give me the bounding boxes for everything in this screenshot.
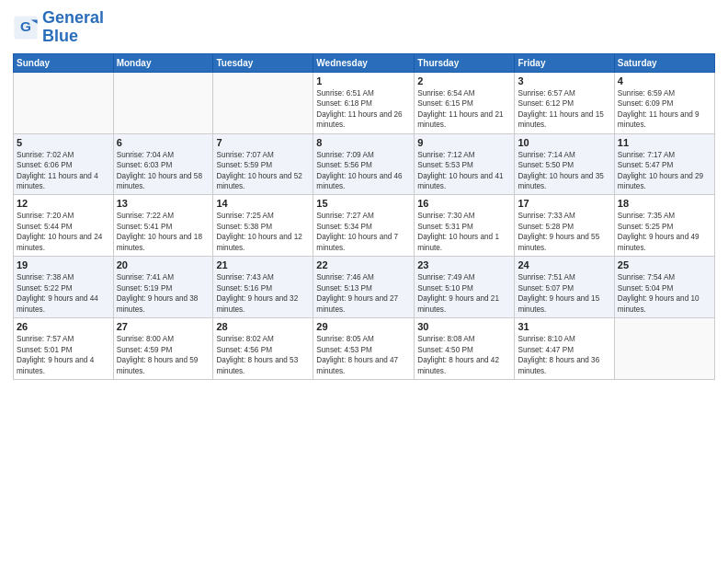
calendar-cell: 19Sunrise: 7:38 AM Sunset: 5:22 PM Dayli… xyxy=(14,257,114,318)
weekday-header: Sunday xyxy=(14,53,114,72)
day-number: 3 xyxy=(518,75,610,86)
day-number: 14 xyxy=(216,198,310,209)
calendar-cell: 17Sunrise: 7:33 AM Sunset: 5:28 PM Dayli… xyxy=(515,195,614,257)
calendar-cell xyxy=(213,72,313,133)
day-number: 23 xyxy=(417,259,511,270)
weekday-header: Thursday xyxy=(415,53,515,72)
day-number: 24 xyxy=(518,259,610,270)
logo-icon: G xyxy=(13,15,39,40)
day-number: 10 xyxy=(518,137,610,148)
day-info: Sunrise: 7:27 AM Sunset: 5:34 PM Dayligh… xyxy=(316,211,411,253)
day-number: 7 xyxy=(216,137,310,148)
calendar-cell: 27Sunrise: 8:00 AM Sunset: 4:59 PM Dayli… xyxy=(113,318,213,380)
calendar-cell: 8Sunrise: 7:09 AM Sunset: 5:56 PM Daylig… xyxy=(313,133,415,195)
calendar-cell: 1Sunrise: 6:51 AM Sunset: 6:18 PM Daylig… xyxy=(313,72,415,133)
calendar-week-row: 1Sunrise: 6:51 AM Sunset: 6:18 PM Daylig… xyxy=(14,72,715,133)
day-number: 29 xyxy=(316,321,411,332)
calendar-cell: 18Sunrise: 7:35 AM Sunset: 5:25 PM Dayli… xyxy=(614,195,714,257)
calendar-cell xyxy=(614,318,714,380)
calendar-cell: 22Sunrise: 7:46 AM Sunset: 5:13 PM Dayli… xyxy=(313,257,415,318)
day-info: Sunrise: 7:33 AM Sunset: 5:28 PM Dayligh… xyxy=(518,211,610,253)
weekday-header: Monday xyxy=(113,53,213,72)
calendar-cell: 9Sunrise: 7:12 AM Sunset: 5:53 PM Daylig… xyxy=(415,133,515,195)
day-info: Sunrise: 7:30 AM Sunset: 5:31 PM Dayligh… xyxy=(417,211,511,253)
day-info: Sunrise: 7:49 AM Sunset: 5:10 PM Dayligh… xyxy=(417,272,511,315)
day-info: Sunrise: 7:43 AM Sunset: 5:16 PM Dayligh… xyxy=(216,272,310,315)
calendar-cell xyxy=(14,72,114,133)
calendar-cell: 12Sunrise: 7:20 AM Sunset: 5:44 PM Dayli… xyxy=(14,195,114,257)
day-number: 30 xyxy=(417,321,511,332)
day-info: Sunrise: 7:09 AM Sunset: 5:56 PM Dayligh… xyxy=(316,150,411,192)
day-number: 9 xyxy=(417,137,511,148)
day-number: 5 xyxy=(17,137,110,148)
logo: G General Blue xyxy=(13,9,104,46)
calendar-cell: 24Sunrise: 7:51 AM Sunset: 5:07 PM Dayli… xyxy=(515,257,614,318)
calendar-week-row: 5Sunrise: 7:02 AM Sunset: 6:06 PM Daylig… xyxy=(14,133,715,195)
calendar: SundayMondayTuesdayWednesdayThursdayFrid… xyxy=(13,53,715,381)
svg-text:G: G xyxy=(20,18,31,34)
calendar-cell: 31Sunrise: 8:10 AM Sunset: 4:47 PM Dayli… xyxy=(515,318,614,380)
page-container: G General Blue SundayMondayTuesdayWednes… xyxy=(0,0,728,563)
day-number: 2 xyxy=(417,75,511,86)
day-info: Sunrise: 7:35 AM Sunset: 5:25 PM Dayligh… xyxy=(618,211,711,253)
day-info: Sunrise: 7:57 AM Sunset: 5:01 PM Dayligh… xyxy=(17,334,110,376)
day-number: 22 xyxy=(316,259,411,270)
calendar-cell: 23Sunrise: 7:49 AM Sunset: 5:10 PM Dayli… xyxy=(415,257,515,318)
day-number: 26 xyxy=(17,321,110,332)
calendar-cell: 14Sunrise: 7:25 AM Sunset: 5:38 PM Dayli… xyxy=(213,195,313,257)
day-info: Sunrise: 7:54 AM Sunset: 5:04 PM Dayligh… xyxy=(618,272,711,315)
calendar-cell: 11Sunrise: 7:17 AM Sunset: 5:47 PM Dayli… xyxy=(614,133,714,195)
day-info: Sunrise: 7:41 AM Sunset: 5:19 PM Dayligh… xyxy=(117,272,210,315)
day-number: 20 xyxy=(117,259,210,270)
day-number: 18 xyxy=(618,198,711,209)
calendar-cell: 26Sunrise: 7:57 AM Sunset: 5:01 PM Dayli… xyxy=(14,318,114,380)
day-info: Sunrise: 7:20 AM Sunset: 5:44 PM Dayligh… xyxy=(17,211,110,253)
day-info: Sunrise: 8:02 AM Sunset: 4:56 PM Dayligh… xyxy=(216,334,310,376)
calendar-cell: 15Sunrise: 7:27 AM Sunset: 5:34 PM Dayli… xyxy=(313,195,415,257)
header: G General Blue xyxy=(13,9,715,46)
day-info: Sunrise: 8:10 AM Sunset: 4:47 PM Dayligh… xyxy=(518,334,610,376)
day-number: 13 xyxy=(117,198,210,209)
day-number: 25 xyxy=(618,259,711,270)
weekday-header: Tuesday xyxy=(213,53,313,72)
calendar-cell: 3Sunrise: 6:57 AM Sunset: 6:12 PM Daylig… xyxy=(515,72,614,133)
calendar-cell: 25Sunrise: 7:54 AM Sunset: 5:04 PM Dayli… xyxy=(614,257,714,318)
day-info: Sunrise: 7:02 AM Sunset: 6:06 PM Dayligh… xyxy=(17,150,110,192)
calendar-cell: 30Sunrise: 8:08 AM Sunset: 4:50 PM Dayli… xyxy=(415,318,515,380)
calendar-week-row: 19Sunrise: 7:38 AM Sunset: 5:22 PM Dayli… xyxy=(14,257,715,318)
day-info: Sunrise: 7:14 AM Sunset: 5:50 PM Dayligh… xyxy=(518,150,610,192)
day-info: Sunrise: 7:17 AM Sunset: 5:47 PM Dayligh… xyxy=(618,150,711,192)
calendar-cell: 4Sunrise: 6:59 AM Sunset: 6:09 PM Daylig… xyxy=(614,72,714,133)
weekday-header-row: SundayMondayTuesdayWednesdayThursdayFrid… xyxy=(14,53,715,72)
calendar-cell: 10Sunrise: 7:14 AM Sunset: 5:50 PM Dayli… xyxy=(515,133,614,195)
calendar-cell: 29Sunrise: 8:05 AM Sunset: 4:53 PM Dayli… xyxy=(313,318,415,380)
calendar-cell xyxy=(113,72,213,133)
day-info: Sunrise: 6:59 AM Sunset: 6:09 PM Dayligh… xyxy=(618,88,711,131)
day-info: Sunrise: 7:12 AM Sunset: 5:53 PM Dayligh… xyxy=(417,150,511,192)
day-info: Sunrise: 6:51 AM Sunset: 6:18 PM Dayligh… xyxy=(316,88,411,131)
day-info: Sunrise: 7:07 AM Sunset: 5:59 PM Dayligh… xyxy=(216,150,310,192)
day-number: 21 xyxy=(216,259,310,270)
calendar-week-row: 26Sunrise: 7:57 AM Sunset: 5:01 PM Dayli… xyxy=(14,318,715,380)
calendar-cell: 5Sunrise: 7:02 AM Sunset: 6:06 PM Daylig… xyxy=(14,133,114,195)
weekday-header: Wednesday xyxy=(313,53,415,72)
day-info: Sunrise: 7:38 AM Sunset: 5:22 PM Dayligh… xyxy=(17,272,110,315)
day-number: 17 xyxy=(518,198,610,209)
calendar-cell: 7Sunrise: 7:07 AM Sunset: 5:59 PM Daylig… xyxy=(213,133,313,195)
day-number: 6 xyxy=(117,137,210,148)
day-number: 28 xyxy=(216,321,310,332)
calendar-cell: 2Sunrise: 6:54 AM Sunset: 6:15 PM Daylig… xyxy=(415,72,515,133)
calendar-cell: 21Sunrise: 7:43 AM Sunset: 5:16 PM Dayli… xyxy=(213,257,313,318)
day-info: Sunrise: 6:54 AM Sunset: 6:15 PM Dayligh… xyxy=(417,88,511,131)
day-number: 12 xyxy=(17,198,110,209)
day-number: 27 xyxy=(117,321,210,332)
calendar-cell: 28Sunrise: 8:02 AM Sunset: 4:56 PM Dayli… xyxy=(213,318,313,380)
calendar-week-row: 12Sunrise: 7:20 AM Sunset: 5:44 PM Dayli… xyxy=(14,195,715,257)
calendar-cell: 20Sunrise: 7:41 AM Sunset: 5:19 PM Dayli… xyxy=(113,257,213,318)
day-info: Sunrise: 8:08 AM Sunset: 4:50 PM Dayligh… xyxy=(417,334,511,376)
weekday-header: Saturday xyxy=(614,53,714,72)
day-info: Sunrise: 7:51 AM Sunset: 5:07 PM Dayligh… xyxy=(518,272,610,315)
day-info: Sunrise: 7:04 AM Sunset: 6:03 PM Dayligh… xyxy=(117,150,210,192)
day-info: Sunrise: 7:46 AM Sunset: 5:13 PM Dayligh… xyxy=(316,272,411,315)
day-number: 19 xyxy=(17,259,110,270)
